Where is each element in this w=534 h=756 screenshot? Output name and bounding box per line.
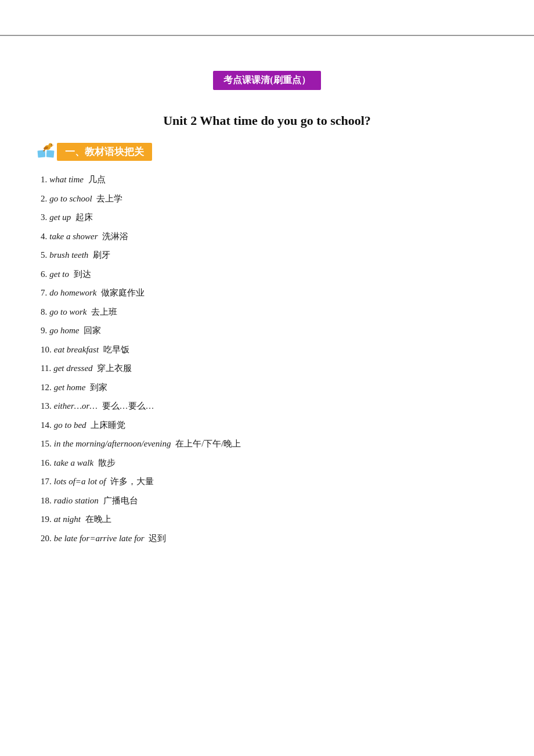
list-item: 2.go to school 去上学 [41, 190, 499, 207]
list-item: 14.go to bed 上床睡觉 [41, 417, 499, 434]
list-item: 12.get home 到家 [41, 379, 499, 396]
list-item: 15.in the morning/afternoon/evening 在上午/… [41, 435, 499, 452]
list-item: 13.either…or… 要么…要么… [41, 398, 499, 415]
list-item: 18.radio station 广播电台 [41, 492, 499, 509]
list-item: 1.what time 几点 [41, 171, 499, 188]
list-item: 17.lots of=a lot of 许多，大量 [41, 473, 499, 490]
list-item: 8.go to work 去上班 [41, 304, 499, 321]
review-badge: 考点课课清(刷重点） [213, 71, 320, 90]
svg-marker-6 [53, 145, 55, 146]
list-item: 4.take a shower 洗淋浴 [41, 228, 499, 245]
badge-container: 考点课课清(刷重点） [35, 71, 499, 90]
bird-reading-icon [35, 142, 57, 161]
section-header: 一、教材语块把关 [35, 142, 499, 161]
list-item: 10.eat breakfast 吃早饭 [41, 341, 499, 358]
page-content: 考点课课清(刷重点） Unit 2 What time do you go to… [0, 36, 534, 584]
list-item: 20.be late for=arrive late for 迟到 [41, 530, 499, 547]
svg-rect-1 [46, 150, 55, 157]
list-item: 5.brush teeth 刷牙 [41, 247, 499, 264]
list-item: 19.at night 在晚上 [41, 511, 499, 528]
svg-point-5 [51, 145, 52, 146]
svg-point-4 [49, 143, 53, 147]
list-item: 11.get dressed 穿上衣服 [41, 360, 499, 377]
section-title: 一、教材语块把关 [57, 143, 152, 161]
list-item: 3.get up 起床 [41, 209, 499, 226]
list-item: 9.go home 回家 [41, 322, 499, 339]
list-item: 7.do homework 做家庭作业 [41, 285, 499, 301]
list-item: 16.take a walk 散步 [41, 455, 499, 471]
list-item: 6.get to 到达 [41, 266, 499, 283]
vocab-list: 1.what time 几点2.go to school 去上学3.get up… [41, 171, 499, 546]
unit-title: Unit 2 What time do you go to school? [35, 113, 499, 128]
